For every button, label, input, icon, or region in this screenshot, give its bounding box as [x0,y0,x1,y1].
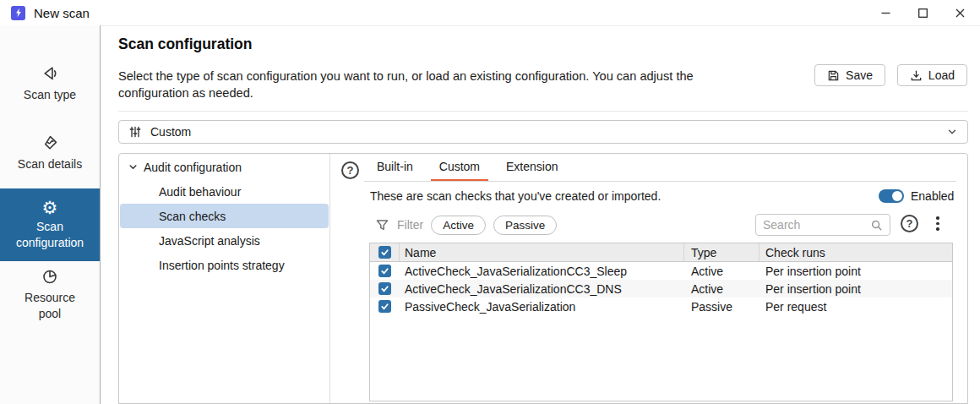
cell-type: Active [684,262,760,280]
tab-built-in[interactable]: Built-in [368,154,422,182]
sidebar-item-scan-details[interactable]: Scan details [0,134,100,172]
cell-name: ActiveCheck_JavaSerializationCC3_Sleep [400,262,684,280]
filter-funnel-icon [375,218,389,232]
sidebar-item-scan-type[interactable]: Scan type [0,65,100,103]
tree-item-label: Audit behaviour [159,185,241,199]
config-select[interactable]: Custom [118,120,968,144]
cell-type: Active [684,280,760,298]
row-checkbox[interactable] [378,265,391,277]
check-icon [380,266,389,276]
sidebar-item-scan-configuration[interactable]: ⚙ Scan configuration [0,188,100,261]
tree-root-label: Audit configuration [144,161,242,174]
scan-details-icon [41,134,58,151]
tree-item-label: Scan checks [159,210,226,223]
load-button[interactable]: Load [897,64,967,86]
tree-item-label: Insertion points strategy [159,259,285,272]
sidebar-item-label: Scan details [18,156,82,172]
tab-extension[interactable]: Extension [498,154,566,182]
tree-expander-icon[interactable] [128,162,138,172]
table-row[interactable]: ActiveCheck_JavaSerializationCC3_Sleep A… [370,262,952,280]
header-divider [118,111,968,112]
help-icon[interactable]: ? [341,161,359,179]
row-checkbox-cell [370,262,400,280]
check-icon [380,284,389,293]
check-icon [380,248,389,257]
wizard-sidebar: Scan type Scan details ⚙ Scan configurat… [0,25,101,404]
config-tree: Audit configuration Audit behaviour Scan… [119,154,330,403]
titlebar-divider [101,25,980,26]
check-source-tabs: Built-in Custom Extension [368,154,576,182]
cell-type: Passive [684,298,760,315]
search-box [755,214,890,236]
scan-checks-panel: Audit configuration Audit behaviour Scan… [118,153,968,404]
close-icon [955,8,966,19]
sidebar-item-label: Scan type [24,87,76,103]
cell-check-runs: Per request [760,298,952,315]
toggle-knob [892,191,902,201]
enabled-toggle-label: Enabled [911,189,954,203]
sidebar-item-label: Resource pool [23,290,77,322]
sidebar-item-label: Scan configuration [10,219,90,251]
download-icon [910,69,923,82]
gear-icon: ⚙ [42,199,58,216]
filter-label: Filter [397,218,423,232]
filter-pill-passive[interactable]: Passive [493,216,557,235]
chevron-down-icon [946,126,958,138]
filter-bar: Filter Active Passive [375,214,557,236]
search-input[interactable] [763,218,867,232]
enabled-toggle-group: Enabled [879,189,954,203]
tree-node-scan-checks[interactable]: Scan checks [120,204,329,228]
row-checkbox-cell [370,280,400,298]
cell-check-runs: Per insertion point [760,280,952,298]
tab-label: Built-in [377,160,413,173]
sidebar-item-resource-pool[interactable]: Resource pool [0,268,100,322]
sliders-icon [128,125,142,139]
column-header-check-runs[interactable]: Check runs [760,243,952,261]
column-header-type[interactable]: Type [684,243,760,261]
scan-type-icon [41,65,58,82]
row-checkbox[interactable] [378,282,391,295]
load-button-label: Load [928,68,955,82]
titlebar: New scan [0,0,980,25]
tree-item-label: JavaScript analysis [159,234,260,248]
more-options-kebab-icon[interactable] [936,216,939,231]
table-row[interactable]: PassiveCheck_JavaSerialization Passive P… [370,298,952,315]
cell-name: ActiveCheck_JavaSerializationCC3_DNS [400,280,684,298]
check-icon [380,302,389,311]
maximize-button[interactable] [904,0,941,25]
row-checkbox[interactable] [378,300,391,313]
tab-custom[interactable]: Custom [431,154,488,182]
minimize-button[interactable] [867,0,904,25]
select-all-cell [370,243,400,261]
search-icon [870,219,883,232]
table-header-row: Name Type Check runs [370,243,952,262]
cell-check-runs: Per insertion point [760,262,952,280]
minimize-icon [880,8,891,19]
tab-label: Custom [439,160,480,173]
tree-node-audit-configuration[interactable]: Audit configuration [119,155,329,179]
cell-name: PassiveCheck_JavaSerialization [400,298,684,315]
filter-pill-active[interactable]: Active [431,216,486,235]
table-row[interactable]: ActiveCheck_JavaSerializationCC3_DNS Act… [370,280,952,298]
save-icon [827,69,840,82]
close-button[interactable] [941,0,978,25]
maximize-icon [917,8,928,19]
tab-label: Extension [506,160,558,173]
scan-checks-table: Name Type Check runs ActiveCheck_JavaSer… [369,243,953,401]
window-controls [867,0,978,25]
tree-node-javascript-analysis[interactable]: JavaScript analysis [120,228,329,253]
tree-node-insertion-points-strategy[interactable]: Insertion points strategy [120,253,329,277]
column-header-name[interactable]: Name [400,243,684,261]
save-button[interactable]: Save [814,64,885,86]
pie-chart-icon [41,268,58,285]
app-logo-icon [11,6,25,20]
window-title: New scan [34,6,90,20]
save-button-label: Save [846,68,873,82]
enabled-toggle[interactable] [879,189,904,203]
page-title: Scan configuration [118,35,252,53]
row-checkbox-cell [370,298,400,315]
lightning-bolt-icon [14,8,24,18]
tree-node-audit-behaviour[interactable]: Audit behaviour [120,179,329,204]
select-all-checkbox[interactable] [378,246,391,259]
help-icon[interactable]: ? [901,215,918,232]
